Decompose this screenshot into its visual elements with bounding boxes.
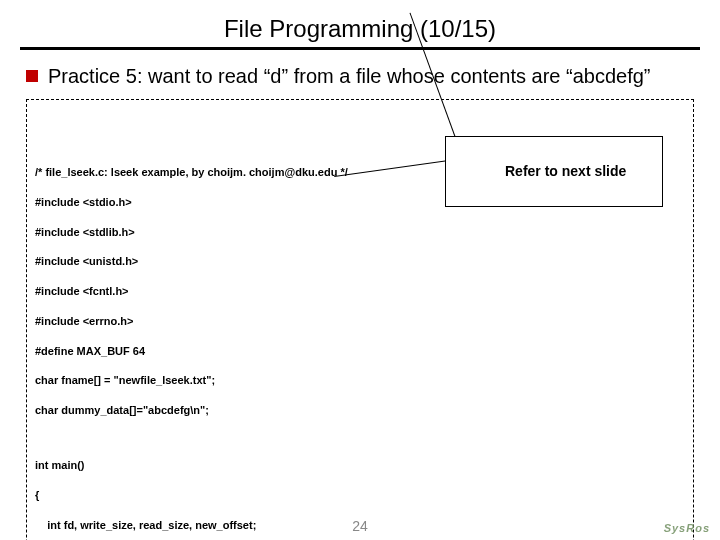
code-line: #include <unistd.h> <box>35 254 685 269</box>
code-line: char dummy_data[]="abcdefg\n"; <box>35 403 685 418</box>
code-line: char fname[] = "newfile_lseek.txt"; <box>35 373 685 388</box>
code-line: #include <fcntl.h> <box>35 284 685 299</box>
code-line: #include <errno.h> <box>35 314 685 329</box>
slide-title: File Programming (10/15) <box>20 15 700 43</box>
code-box: Refer to next slide /* file_lseek.c: lse… <box>26 99 694 540</box>
callout-box: Refer to next slide <box>445 136 663 207</box>
blank-line <box>35 433 685 444</box>
slide: File Programming (10/15) Practice 5: wan… <box>0 0 720 540</box>
bullet-icon <box>26 70 38 82</box>
code-line: #include <stdlib.h> <box>35 225 685 240</box>
callout-text: Refer to next slide <box>505 163 626 179</box>
bullet-text: Practice 5: want to read “d” from a file… <box>48 64 651 89</box>
logo: SysRos <box>664 522 710 534</box>
code-line: int main() <box>35 458 685 473</box>
title-underline <box>20 47 700 50</box>
page-number: 24 <box>352 518 368 534</box>
code-line: { <box>35 488 685 503</box>
bullet-item: Practice 5: want to read “d” from a file… <box>26 64 700 89</box>
code-line: #define MAX_BUF 64 <box>35 344 685 359</box>
